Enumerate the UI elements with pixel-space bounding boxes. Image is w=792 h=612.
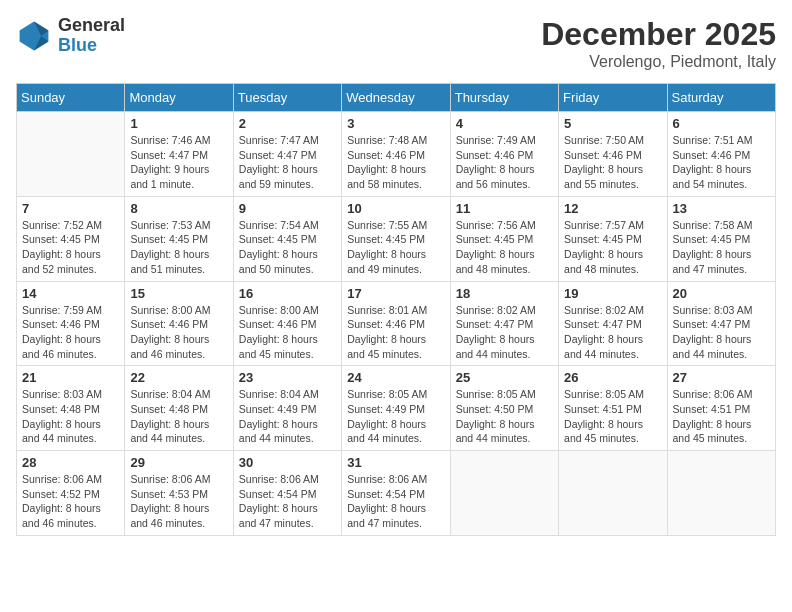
day-number: 4 [456, 116, 553, 131]
calendar-table: SundayMondayTuesdayWednesdayThursdayFrid… [16, 83, 776, 536]
day-number: 18 [456, 286, 553, 301]
calendar-week-2: 7Sunrise: 7:52 AMSunset: 4:45 PMDaylight… [17, 196, 776, 281]
day-info: Sunrise: 8:06 AMSunset: 4:54 PMDaylight:… [239, 472, 336, 531]
day-number: 3 [347, 116, 444, 131]
calendar-cell: 12Sunrise: 7:57 AMSunset: 4:45 PMDayligh… [559, 196, 667, 281]
day-number: 9 [239, 201, 336, 216]
calendar-cell [559, 451, 667, 536]
day-info: Sunrise: 8:06 AMSunset: 4:53 PMDaylight:… [130, 472, 227, 531]
calendar-cell: 26Sunrise: 8:05 AMSunset: 4:51 PMDayligh… [559, 366, 667, 451]
day-number: 17 [347, 286, 444, 301]
day-info: Sunrise: 8:06 AMSunset: 4:54 PMDaylight:… [347, 472, 444, 531]
day-info: Sunrise: 7:56 AMSunset: 4:45 PMDaylight:… [456, 218, 553, 277]
calendar-cell: 27Sunrise: 8:06 AMSunset: 4:51 PMDayligh… [667, 366, 775, 451]
logo-text: General Blue [58, 16, 125, 56]
day-number: 22 [130, 370, 227, 385]
logo-general: General [58, 16, 125, 36]
day-number: 31 [347, 455, 444, 470]
day-info: Sunrise: 8:05 AMSunset: 4:49 PMDaylight:… [347, 387, 444, 446]
day-number: 2 [239, 116, 336, 131]
header-day-thursday: Thursday [450, 84, 558, 112]
calendar-cell: 1Sunrise: 7:46 AMSunset: 4:47 PMDaylight… [125, 112, 233, 197]
calendar-cell: 16Sunrise: 8:00 AMSunset: 4:46 PMDayligh… [233, 281, 341, 366]
header-day-wednesday: Wednesday [342, 84, 450, 112]
calendar-cell: 8Sunrise: 7:53 AMSunset: 4:45 PMDaylight… [125, 196, 233, 281]
day-number: 1 [130, 116, 227, 131]
calendar-subtitle: Verolengo, Piedmont, Italy [541, 53, 776, 71]
day-info: Sunrise: 7:54 AMSunset: 4:45 PMDaylight:… [239, 218, 336, 277]
day-info: Sunrise: 8:04 AMSunset: 4:49 PMDaylight:… [239, 387, 336, 446]
calendar-cell: 14Sunrise: 7:59 AMSunset: 4:46 PMDayligh… [17, 281, 125, 366]
day-info: Sunrise: 7:50 AMSunset: 4:46 PMDaylight:… [564, 133, 661, 192]
calendar-week-1: 1Sunrise: 7:46 AMSunset: 4:47 PMDaylight… [17, 112, 776, 197]
calendar-cell [667, 451, 775, 536]
day-info: Sunrise: 7:55 AMSunset: 4:45 PMDaylight:… [347, 218, 444, 277]
day-info: Sunrise: 8:02 AMSunset: 4:47 PMDaylight:… [456, 303, 553, 362]
day-number: 30 [239, 455, 336, 470]
calendar-body: 1Sunrise: 7:46 AMSunset: 4:47 PMDaylight… [17, 112, 776, 536]
day-number: 13 [673, 201, 770, 216]
day-number: 23 [239, 370, 336, 385]
day-info: Sunrise: 7:49 AMSunset: 4:46 PMDaylight:… [456, 133, 553, 192]
day-number: 28 [22, 455, 119, 470]
calendar-title: December 2025 [541, 16, 776, 53]
day-info: Sunrise: 7:53 AMSunset: 4:45 PMDaylight:… [130, 218, 227, 277]
calendar-cell: 25Sunrise: 8:05 AMSunset: 4:50 PMDayligh… [450, 366, 558, 451]
day-number: 26 [564, 370, 661, 385]
day-info: Sunrise: 7:47 AMSunset: 4:47 PMDaylight:… [239, 133, 336, 192]
day-number: 6 [673, 116, 770, 131]
calendar-cell: 13Sunrise: 7:58 AMSunset: 4:45 PMDayligh… [667, 196, 775, 281]
header-day-sunday: Sunday [17, 84, 125, 112]
svg-marker-0 [20, 21, 49, 50]
header-day-friday: Friday [559, 84, 667, 112]
calendar-cell: 24Sunrise: 8:05 AMSunset: 4:49 PMDayligh… [342, 366, 450, 451]
page-header: General Blue December 2025 Verolengo, Pi… [16, 16, 776, 71]
calendar-cell: 30Sunrise: 8:06 AMSunset: 4:54 PMDayligh… [233, 451, 341, 536]
calendar-header: SundayMondayTuesdayWednesdayThursdayFrid… [17, 84, 776, 112]
calendar-cell: 17Sunrise: 8:01 AMSunset: 4:46 PMDayligh… [342, 281, 450, 366]
logo-blue: Blue [58, 36, 125, 56]
calendar-cell: 21Sunrise: 8:03 AMSunset: 4:48 PMDayligh… [17, 366, 125, 451]
calendar-cell: 29Sunrise: 8:06 AMSunset: 4:53 PMDayligh… [125, 451, 233, 536]
day-info: Sunrise: 8:04 AMSunset: 4:48 PMDaylight:… [130, 387, 227, 446]
logo-icon [16, 18, 52, 54]
day-info: Sunrise: 8:03 AMSunset: 4:48 PMDaylight:… [22, 387, 119, 446]
calendar-cell: 3Sunrise: 7:48 AMSunset: 4:46 PMDaylight… [342, 112, 450, 197]
calendar-cell: 5Sunrise: 7:50 AMSunset: 4:46 PMDaylight… [559, 112, 667, 197]
day-info: Sunrise: 8:00 AMSunset: 4:46 PMDaylight:… [130, 303, 227, 362]
calendar-cell: 22Sunrise: 8:04 AMSunset: 4:48 PMDayligh… [125, 366, 233, 451]
day-number: 5 [564, 116, 661, 131]
logo[interactable]: General Blue [16, 16, 125, 56]
calendar-cell: 18Sunrise: 8:02 AMSunset: 4:47 PMDayligh… [450, 281, 558, 366]
day-info: Sunrise: 8:06 AMSunset: 4:52 PMDaylight:… [22, 472, 119, 531]
day-info: Sunrise: 8:02 AMSunset: 4:47 PMDaylight:… [564, 303, 661, 362]
day-number: 25 [456, 370, 553, 385]
day-info: Sunrise: 7:52 AMSunset: 4:45 PMDaylight:… [22, 218, 119, 277]
calendar-cell: 28Sunrise: 8:06 AMSunset: 4:52 PMDayligh… [17, 451, 125, 536]
day-number: 29 [130, 455, 227, 470]
day-info: Sunrise: 8:05 AMSunset: 4:51 PMDaylight:… [564, 387, 661, 446]
calendar-cell: 15Sunrise: 8:00 AMSunset: 4:46 PMDayligh… [125, 281, 233, 366]
day-info: Sunrise: 7:59 AMSunset: 4:46 PMDaylight:… [22, 303, 119, 362]
calendar-cell: 2Sunrise: 7:47 AMSunset: 4:47 PMDaylight… [233, 112, 341, 197]
calendar-cell: 20Sunrise: 8:03 AMSunset: 4:47 PMDayligh… [667, 281, 775, 366]
calendar-cell: 9Sunrise: 7:54 AMSunset: 4:45 PMDaylight… [233, 196, 341, 281]
day-number: 14 [22, 286, 119, 301]
calendar-week-3: 14Sunrise: 7:59 AMSunset: 4:46 PMDayligh… [17, 281, 776, 366]
day-info: Sunrise: 7:46 AMSunset: 4:47 PMDaylight:… [130, 133, 227, 192]
calendar-cell: 6Sunrise: 7:51 AMSunset: 4:46 PMDaylight… [667, 112, 775, 197]
day-info: Sunrise: 7:58 AMSunset: 4:45 PMDaylight:… [673, 218, 770, 277]
calendar-cell: 11Sunrise: 7:56 AMSunset: 4:45 PMDayligh… [450, 196, 558, 281]
day-info: Sunrise: 8:05 AMSunset: 4:50 PMDaylight:… [456, 387, 553, 446]
calendar-week-5: 28Sunrise: 8:06 AMSunset: 4:52 PMDayligh… [17, 451, 776, 536]
calendar-cell [450, 451, 558, 536]
header-row: SundayMondayTuesdayWednesdayThursdayFrid… [17, 84, 776, 112]
calendar-cell: 31Sunrise: 8:06 AMSunset: 4:54 PMDayligh… [342, 451, 450, 536]
header-day-monday: Monday [125, 84, 233, 112]
day-info: Sunrise: 8:06 AMSunset: 4:51 PMDaylight:… [673, 387, 770, 446]
header-day-tuesday: Tuesday [233, 84, 341, 112]
day-number: 20 [673, 286, 770, 301]
day-number: 15 [130, 286, 227, 301]
day-number: 16 [239, 286, 336, 301]
calendar-cell: 10Sunrise: 7:55 AMSunset: 4:45 PMDayligh… [342, 196, 450, 281]
